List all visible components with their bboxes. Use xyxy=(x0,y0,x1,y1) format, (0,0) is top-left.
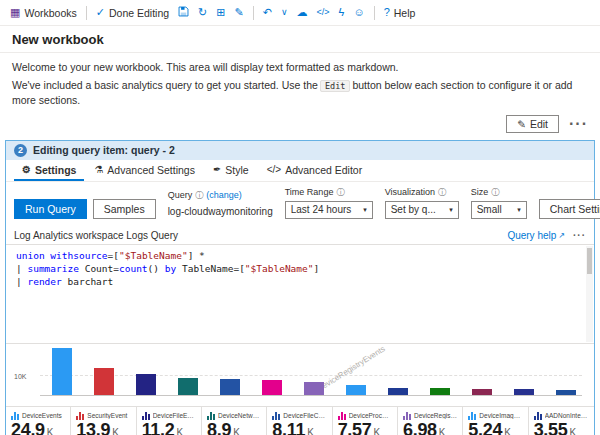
done-editing-label: Done Editing xyxy=(109,7,169,19)
chart-settings-button[interactable]: Chart Settings xyxy=(539,199,600,219)
top-toolbar: ▦ Workbooks ✓ Done Editing ↻ ⊞ ✎ ↶ ∨ ☁ <… xyxy=(0,0,600,26)
code-icon[interactable]: </> xyxy=(317,8,330,17)
workbooks-menu[interactable]: ▦ Workbooks xyxy=(10,6,77,19)
metric-tile-DeviceFileCertificateInfo[interactable]: DeviceFileCertificateInfo8.11K xyxy=(267,407,332,435)
tile-header: DeviceNetworkEvents xyxy=(207,412,261,420)
metric-tile-AADNonInteractiveUserS[interactable]: AADNonInteractiveUserS...3.55K xyxy=(529,407,594,435)
metric-tile-DeviceFileEvents[interactable]: DeviceFileEvents11.2K xyxy=(137,407,202,435)
query-item-header: 2 Editing query item: query - 2 xyxy=(6,141,594,160)
series-color-icon xyxy=(207,412,215,420)
metric-tile-DeviceImageLoadEvents[interactable]: DeviceImageLoadEvents5.24K xyxy=(463,407,528,435)
more-options-icon[interactable]: ··· xyxy=(573,230,586,241)
done-editing-toolbar-button[interactable]: ✓ Done Editing xyxy=(96,7,169,19)
tile-label: AADNonInteractiveUserS... xyxy=(545,412,589,419)
query-help-link[interactable]: Query help ↗ xyxy=(507,230,565,241)
query-source-value[interactable]: log-cloudwaymonitoring xyxy=(168,204,273,219)
cloud-upload-icon[interactable]: ☁ xyxy=(297,7,308,18)
refresh-icon[interactable]: ↻ xyxy=(198,7,207,18)
scrollbar[interactable] xyxy=(586,246,593,342)
tile-label: DeviceRegistryEvents xyxy=(414,412,457,419)
code-token: render xyxy=(27,276,61,287)
paintbrush-icon: ✒ xyxy=(213,164,221,175)
change-link[interactable]: (change) xyxy=(206,190,242,200)
tile-header: DeviceEvents xyxy=(11,412,65,420)
series-color-icon xyxy=(11,412,19,420)
bar-chart: 10K DeviceRegistryEvents xyxy=(6,344,594,406)
bar-unlabeled-10[interactable] xyxy=(430,388,450,394)
tile-value: 24.9K xyxy=(11,421,65,435)
tile-unit: K xyxy=(177,427,183,435)
metric-tile-DeviceProcessEvents[interactable]: DeviceProcessEvents7.57K xyxy=(333,407,398,435)
bar-unlabeled-13[interactable] xyxy=(556,390,576,395)
metric-tile-DeviceNetworkEvents[interactable]: DeviceNetworkEvents8.9K xyxy=(202,407,267,435)
tile-value: 6.98K xyxy=(403,421,457,435)
tile-value: 8.11K xyxy=(272,421,326,435)
tile-unit: K xyxy=(47,427,53,435)
lightning-icon[interactable]: ϟ xyxy=(339,7,345,18)
size-label-row: Size ⓘ xyxy=(471,187,527,198)
tab-settings[interactable]: ⚙Settings xyxy=(14,160,84,181)
code-line: | render barchart xyxy=(16,275,584,288)
query-controls: Run Query Samples Query ⓘ (change) log-c… xyxy=(6,182,594,227)
instructions-text: We've included a basic analytics query t… xyxy=(12,78,588,108)
edit-section-button[interactable]: ✎ Edit xyxy=(506,115,559,133)
query-help-label: Query help xyxy=(507,230,556,241)
tab-advanced-settings[interactable]: ⚗Advanced Settings xyxy=(86,160,203,181)
bar-unlabeled-12[interactable] xyxy=(514,389,534,394)
query-actions: Run Query Samples xyxy=(14,199,156,219)
chevron-down-icon[interactable]: ∨ xyxy=(281,8,288,17)
bar-SecurityEvent[interactable] xyxy=(94,368,114,394)
help-icon: ? xyxy=(384,7,390,18)
bar-AADNonInteractiveUserS...[interactable] xyxy=(388,388,408,395)
info-icon: ⓘ xyxy=(491,187,499,198)
grid-icon[interactable]: ⊞ xyxy=(216,7,225,18)
divider xyxy=(374,6,375,20)
visualization-label-row: Visualization ⓘ xyxy=(385,187,459,198)
tile-unit: K xyxy=(504,427,510,435)
time-range-dropdown[interactable]: Last 24 hours ▾ xyxy=(285,201,373,219)
more-options-icon[interactable]: ··· xyxy=(569,115,588,133)
code-token: withsource xyxy=(50,250,107,261)
section-edit-row: ✎ Edit ··· xyxy=(0,112,600,140)
code-token: summarize xyxy=(27,263,78,274)
info-icon: ⓘ xyxy=(195,190,203,201)
bar-DeviceProcessEvents[interactable] xyxy=(262,380,282,394)
run-query-button[interactable]: Run Query xyxy=(14,199,87,219)
tab-advanced-editor[interactable]: </>Advanced Editor xyxy=(259,160,371,181)
code-token: TableName=[ xyxy=(176,263,245,274)
bar-DeviceImageLoadEvents[interactable] xyxy=(346,385,366,395)
bar-DeviceNetworkEvents[interactable] xyxy=(178,378,198,395)
scrollbar-thumb[interactable] xyxy=(587,248,592,274)
undo-icon[interactable]: ↶ xyxy=(263,7,272,18)
save-icon[interactable] xyxy=(178,6,189,19)
smiley-feedback-icon[interactable]: ☺ xyxy=(353,7,364,18)
tile-value: 5.24K xyxy=(468,421,522,435)
visualization-dropdown[interactable]: Set by q... ▾ xyxy=(385,201,459,219)
bar-DeviceFileEvents[interactable] xyxy=(136,374,156,395)
series-color-icon xyxy=(76,412,84,420)
query-code: union withsource=["$TableName"] *| summa… xyxy=(16,249,584,288)
bar-DeviceRegistryEvents[interactable] xyxy=(304,382,324,395)
tile-header: DeviceRegistryEvents xyxy=(403,412,457,420)
chart-settings-col: Chart Settings xyxy=(539,199,600,219)
help-button[interactable]: ? Help xyxy=(384,7,416,19)
bar-unlabeled-11[interactable] xyxy=(472,389,492,395)
metric-tiles: DeviceEvents24.9KSecurityEvent13.9KDevic… xyxy=(6,406,594,435)
tab-label: Advanced Editor xyxy=(285,164,362,176)
page-title: New workbook xyxy=(12,32,588,47)
bar-DeviceFileCertificateInfo[interactable] xyxy=(220,379,240,394)
chevron-down-icon: ▾ xyxy=(449,206,453,214)
query-editor[interactable]: union withsource=["$TableName"] *| summa… xyxy=(6,244,594,344)
workbooks-label: Workbooks xyxy=(24,7,76,19)
samples-button[interactable]: Samples xyxy=(93,199,156,219)
metric-tile-DeviceEvents[interactable]: DeviceEvents24.9K xyxy=(6,407,71,435)
tab-style[interactable]: ✒Style xyxy=(205,160,257,181)
edit-pencil-icon[interactable]: ✎ xyxy=(235,7,244,18)
metric-tile-SecurityEvent[interactable]: SecurityEvent13.9K xyxy=(71,407,136,435)
size-dropdown[interactable]: Small ▾ xyxy=(471,201,527,219)
code-token: | xyxy=(16,276,27,287)
time-range-label-row: Time Range ⓘ xyxy=(285,187,373,198)
metric-tile-DeviceRegistryEvents[interactable]: DeviceRegistryEvents6.98K xyxy=(398,407,463,435)
bar-DeviceEvents[interactable] xyxy=(52,348,72,395)
external-link-icon: ↗ xyxy=(558,231,565,240)
